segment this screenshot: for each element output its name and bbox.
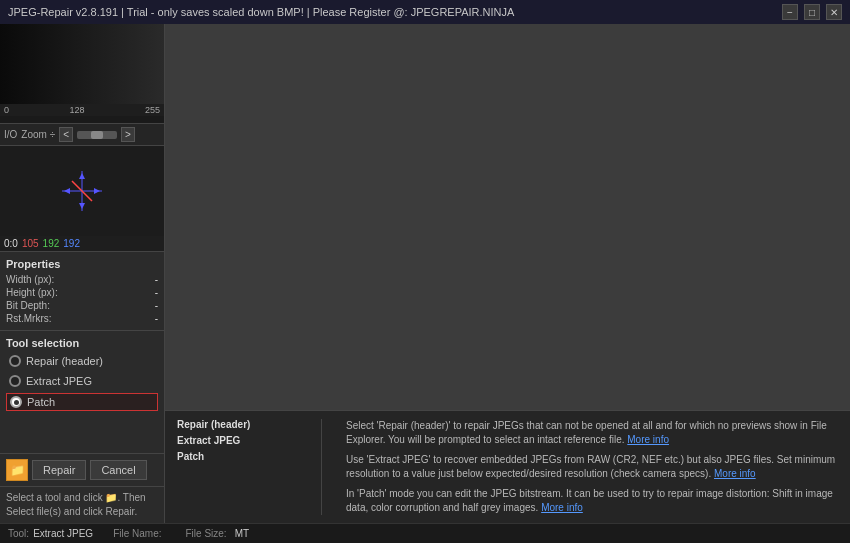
info-panel: Repair (header) Extract JPEG Patch Selec… [165,410,850,523]
radio-repair-label: Repair (header) [26,355,103,367]
svg-marker-4 [79,173,85,179]
coord-pos: 0:0 [4,238,18,249]
preview-top: 0 128 255 [0,24,164,124]
prop-height-label: Height (px): [6,287,58,298]
svg-marker-5 [79,203,85,209]
radio-repair-dot [13,359,18,364]
prop-bitdepth: Bit Depth: - [6,300,158,311]
main-layout: 0 128 255 I/O Zoom ÷ < > [0,24,850,523]
info-repair-text: Select 'Repair (header)' to repair JPEGs… [346,420,827,445]
ruler-bar: 0 128 255 [0,104,164,116]
nav-slider-thumb [91,131,103,139]
status-filename-label: File Name: [113,528,161,539]
properties-section: Properties Width (px): - Height (px): - … [0,252,164,331]
prop-bitdepth-label: Bit Depth: [6,300,50,311]
status-tool-label: Tool: [8,528,29,539]
instruction-text: Select a tool and click 📁. Then Select f… [0,487,164,523]
crosshair-icon [62,171,102,211]
radio-repair-circle [9,355,21,367]
folder-button[interactable]: 📁 [6,459,28,481]
info-patch-desc: In 'Patch' mode you can edit the JPEG bi… [346,487,838,515]
instruction-line1: Select a tool and click 📁. Then [6,492,146,503]
coords-bar: 0:0 105 192 192 [0,236,164,252]
radio-patch-label: Patch [27,396,55,408]
prop-height: Height (px): - [6,287,158,298]
info-repair-desc: Select 'Repair (header)' to repair JPEGs… [346,419,838,447]
coord-r: 105 [22,238,39,249]
coord-b: 192 [63,238,80,249]
tool-selection-title: Tool selection [6,337,158,349]
repair-button[interactable]: Repair [32,460,86,480]
action-row: 📁 Repair Cancel [0,454,164,487]
instruction-line2: Select file(s) and click Repair. [6,506,137,517]
svg-marker-7 [94,188,100,194]
info-patch-title: Patch [177,451,297,462]
close-button[interactable]: ✕ [826,4,842,20]
right-panel: Repair (header) Extract JPEG Patch Selec… [165,24,850,523]
zoom-label: Zoom ÷ [21,129,55,140]
info-extract-desc: Use 'Extract JPEG' to recover embedded J… [346,453,838,481]
ruler-right: 255 [145,105,160,115]
status-filesize-label: File Size: [186,528,227,539]
info-repair-link[interactable]: More info [627,434,669,445]
title-bar-controls: − □ ✕ [782,4,842,20]
title-bar: JPEG-Repair v2.8.191 | Trial - only save… [0,0,850,24]
preview-canvas [0,24,164,104]
svg-line-3 [82,191,92,201]
info-divider [321,419,322,515]
right-main [165,24,850,410]
info-extract-link[interactable]: More info [714,468,756,479]
info-extract-title: Extract JPEG [177,435,297,446]
status-filename: File Name: [113,528,165,539]
info-patch-text: In 'Patch' mode you can edit the JPEG bi… [346,488,833,513]
ruler-left: 0 [4,105,9,115]
crosshair-canvas [0,146,164,236]
info-patch-link[interactable]: More info [541,502,583,513]
info-extract-text: Use 'Extract JPEG' to recover embedded J… [346,454,835,479]
prop-bitdepth-val: - [155,300,158,311]
folder-icon: 📁 [10,463,25,477]
preview-crosshair [0,146,164,236]
status-unit: MT [235,528,249,539]
nav-slider[interactable] [77,131,117,139]
radio-repair[interactable]: Repair (header) [6,353,158,369]
radio-extract-dot [13,379,18,384]
radio-extract[interactable]: Extract JPEG [6,373,158,389]
radio-extract-label: Extract JPEG [26,375,92,387]
info-descriptions: Select 'Repair (header)' to repair JPEGs… [346,419,838,515]
prop-height-val: - [155,287,158,298]
radio-patch-dot [14,400,19,405]
info-col-repair: Repair (header) Extract JPEG Patch [177,419,297,515]
status-bar: Tool: Extract JPEG File Name: File Size:… [0,523,850,543]
prop-rstmrkrs: Rst.Mrkrs: - [6,313,158,324]
ruler-mid: 128 [69,105,84,115]
status-tool: Tool: Extract JPEG [8,528,93,539]
nav-left-button[interactable]: < [59,127,73,142]
cancel-button[interactable]: Cancel [90,460,146,480]
svg-marker-6 [64,188,70,194]
nav-right-button[interactable]: > [121,127,135,142]
svg-line-2 [72,181,82,191]
radio-patch-circle [10,396,22,408]
maximize-button[interactable]: □ [804,4,820,20]
prop-width-val: - [155,274,158,285]
status-tool-value: Extract JPEG [33,528,93,539]
tool-section: Tool selection Repair (header) Extract J… [0,331,164,454]
radio-extract-circle [9,375,21,387]
properties-title: Properties [6,258,158,270]
prop-rstmrkrs-label: Rst.Mrkrs: [6,313,52,324]
radio-patch[interactable]: Patch [6,393,158,411]
left-panel: 0 128 255 I/O Zoom ÷ < > [0,24,165,523]
io-label: I/O [4,129,17,140]
window-title: JPEG-Repair v2.8.191 | Trial - only save… [8,6,514,18]
prop-width: Width (px): - [6,274,158,285]
coord-g: 192 [43,238,60,249]
prop-rstmrkrs-val: - [155,313,158,324]
prop-width-label: Width (px): [6,274,54,285]
toolbar-row: I/O Zoom ÷ < > [0,124,164,146]
minimize-button[interactable]: − [782,4,798,20]
info-repair-title: Repair (header) [177,419,297,430]
status-filesize: File Size: MT [186,528,250,539]
